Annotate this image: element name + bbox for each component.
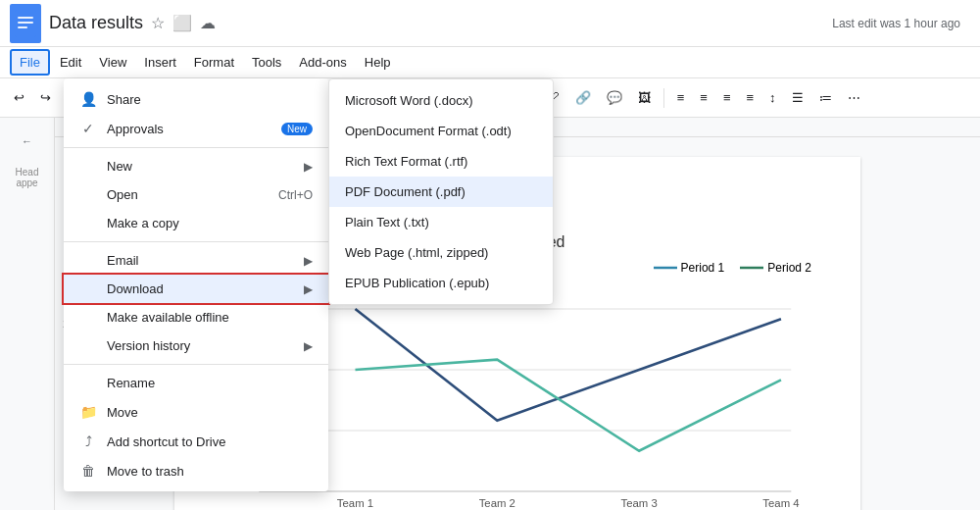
- svg-rect-1: [18, 17, 33, 19]
- copy-label: Make a copy: [107, 216, 179, 230]
- email-label: Email: [107, 253, 139, 268]
- menu-item-approvals[interactable]: ✓ Approvals New: [64, 114, 328, 143]
- menu-item-download[interactable]: Download ▶: [64, 275, 328, 303]
- menu-item-open[interactable]: Open Ctrl+O: [64, 180, 328, 209]
- open-label: Open: [107, 187, 138, 202]
- menu-item-rename[interactable]: Rename: [64, 369, 328, 397]
- image-button[interactable]: 🖼: [632, 87, 657, 108]
- approvals-icon: ✓: [79, 121, 97, 136]
- share-label: Share: [107, 92, 141, 107]
- list-bullet-button[interactable]: ☰: [786, 87, 809, 108]
- rename-label: Rename: [107, 376, 155, 390]
- undo-button[interactable]: ↩: [8, 87, 30, 108]
- legend-period2-label: Period 2: [767, 261, 811, 275]
- move-label: Move: [107, 405, 138, 420]
- menu-item-copy[interactable]: Make a copy: [64, 209, 328, 237]
- list-numbered-button[interactable]: ≔: [813, 87, 838, 108]
- download-epub[interactable]: EPUB Publication (.epub): [329, 268, 553, 298]
- menu-item-offline[interactable]: Make available offline: [64, 303, 328, 332]
- separator-2: [64, 241, 328, 242]
- move-icon: 📁: [79, 404, 97, 420]
- menu-edit[interactable]: Edit: [52, 51, 89, 74]
- more-options-button[interactable]: ⋯: [842, 87, 866, 108]
- align-justify-button[interactable]: ≡: [741, 87, 760, 108]
- doc-info: Data results ☆ ⬜ ☁: [49, 13, 216, 33]
- menu-file[interactable]: File: [10, 49, 50, 76]
- menu-item-new[interactable]: New ▶: [64, 152, 328, 180]
- menu-help[interactable]: Help: [357, 51, 399, 74]
- new-badge: New: [281, 123, 313, 135]
- download-docx[interactable]: Microsoft Word (.docx): [329, 85, 553, 116]
- file-menu: 👤 Share ✓ Approvals New New ▶ Open Ctrl+…: [64, 78, 328, 491]
- redo-button[interactable]: ↪: [34, 87, 57, 108]
- doc-title: Data results: [49, 13, 143, 33]
- menu-item-shortcut[interactable]: ⤴ Add shortcut to Drive: [64, 427, 328, 456]
- menu-item-version-history[interactable]: Version history ▶: [64, 332, 328, 360]
- menu-format[interactable]: Format: [186, 51, 242, 74]
- legend-period1: Period 1: [654, 261, 725, 275]
- download-odt[interactable]: OpenDocument Format (.odt): [329, 116, 553, 146]
- shortcut-icon: ⤴: [79, 434, 97, 449]
- new-label: New: [107, 159, 132, 174]
- menu-bar: File Edit View Insert Format Tools Add-o…: [0, 47, 980, 78]
- separator-3: [64, 364, 328, 365]
- download-arrow-icon: ▶: [304, 282, 313, 296]
- align-right-button[interactable]: ≡: [717, 87, 737, 108]
- svg-text:Team 2: Team 2: [479, 497, 515, 509]
- offline-label: Make available offline: [107, 310, 229, 325]
- trash-icon: 🗑: [79, 463, 97, 479]
- sidebar-label: Headappe: [12, 163, 43, 192]
- doc-icon: [10, 4, 41, 43]
- separator-1: [64, 147, 328, 148]
- menu-item-share[interactable]: 👤 Share: [64, 84, 328, 114]
- approvals-label: Approvals: [107, 122, 164, 136]
- trash-label: Move to trash: [107, 464, 184, 479]
- svg-rect-3: [18, 26, 27, 28]
- align-center-button[interactable]: ≡: [694, 87, 713, 108]
- comment-button[interactable]: 💬: [601, 87, 628, 108]
- folder-icon[interactable]: ⬜: [172, 14, 192, 32]
- link-button[interactable]: 🔗: [569, 87, 597, 108]
- download-submenu: Microsoft Word (.docx) OpenDocument Form…: [328, 78, 554, 305]
- version-arrow-icon: ▶: [304, 339, 313, 353]
- legend-period2: Period 2: [740, 261, 811, 275]
- download-rtf[interactable]: Rich Text Format (.rtf): [329, 146, 553, 177]
- email-arrow-icon: ▶: [304, 254, 313, 268]
- share-icon: 👤: [79, 91, 97, 107]
- last-edit-text: Last edit was 1 hour ago: [832, 17, 970, 30]
- download-html[interactable]: Web Page (.html, zipped): [329, 237, 553, 268]
- version-label: Version history: [107, 338, 190, 353]
- svg-text:Team 1: Team 1: [337, 497, 373, 509]
- sidebar: ← Headappe: [0, 118, 55, 510]
- new-arrow-icon: ▶: [304, 160, 313, 174]
- toolbar-divider-5: [663, 88, 664, 108]
- top-bar: Data results ☆ ⬜ ☁ Last edit was 1 hour …: [0, 0, 980, 47]
- menu-item-move[interactable]: 📁 Move: [64, 397, 328, 427]
- menu-insert[interactable]: Insert: [136, 51, 184, 74]
- legend-period1-label: Period 1: [681, 261, 725, 275]
- svg-rect-2: [18, 22, 33, 24]
- menu-tools[interactable]: Tools: [244, 51, 289, 74]
- align-left-button[interactable]: ≡: [671, 87, 691, 108]
- download-txt[interactable]: Plain Text (.txt): [329, 207, 553, 237]
- star-icon[interactable]: ☆: [151, 14, 165, 32]
- download-label: Download: [107, 281, 164, 296]
- menu-item-email[interactable]: Email ▶: [64, 246, 328, 275]
- sidebar-back-button[interactable]: ←: [10, 128, 45, 155]
- svg-text:Team 3: Team 3: [621, 497, 658, 509]
- line-spacing-button[interactable]: ↕: [763, 87, 782, 108]
- menu-addons[interactable]: Add-ons: [291, 51, 354, 74]
- open-shortcut: Ctrl+O: [278, 188, 313, 202]
- menu-view[interactable]: View: [91, 51, 134, 74]
- cloud-icon[interactable]: ☁: [200, 14, 216, 32]
- menu-item-trash[interactable]: 🗑 Move to trash: [64, 456, 328, 485]
- shortcut-label: Add shortcut to Drive: [107, 434, 225, 449]
- svg-text:Team 4: Team 4: [762, 497, 799, 509]
- download-pdf[interactable]: PDF Document (.pdf): [329, 177, 553, 207]
